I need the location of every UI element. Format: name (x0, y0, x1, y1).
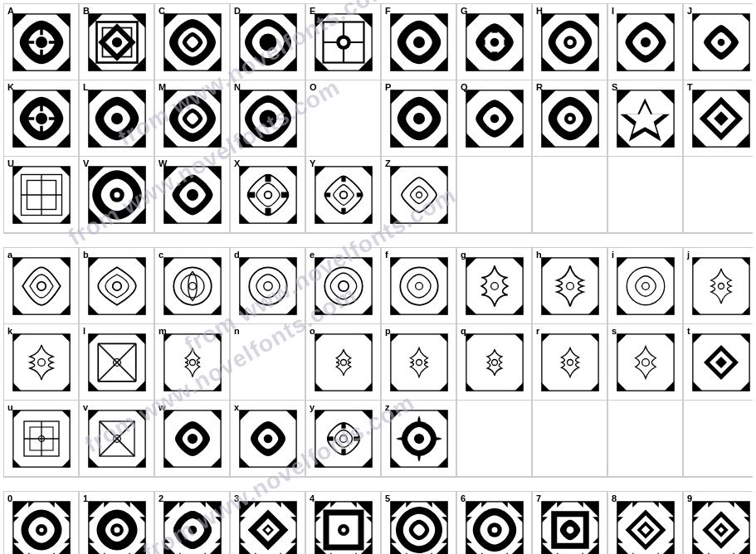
svg-marker-3 (12, 56, 27, 70)
svg-marker-498 (692, 542, 707, 554)
svg-marker-333 (239, 456, 249, 466)
svg-marker-159 (285, 166, 295, 176)
label-S: S (612, 82, 617, 92)
glyph-1 (88, 501, 146, 555)
label-g: g (461, 250, 466, 260)
svg-marker-376 (88, 517, 94, 522)
svg-marker-190 (88, 257, 98, 267)
svg-marker-105 (433, 133, 447, 147)
svg-marker-155 (207, 209, 221, 223)
svg-rect-165 (280, 192, 288, 197)
svg-marker-280 (466, 333, 474, 342)
svg-rect-279 (466, 333, 522, 390)
svg-marker-179 (437, 166, 446, 176)
svg-point-242 (718, 283, 724, 289)
svg-rect-54 (504, 39, 513, 45)
cell-q: q (456, 324, 532, 400)
label-7: 7 (536, 493, 541, 503)
svg-marker-48 (466, 56, 480, 70)
cell-M: M (154, 80, 230, 156)
label-q: q (461, 326, 466, 336)
svg-marker-226 (541, 257, 551, 267)
svg-marker-4 (56, 56, 70, 70)
cell-r: r (532, 324, 607, 400)
font-preview-grid: A B (0, 0, 756, 554)
svg-marker-94 (207, 133, 221, 147)
glyph-t (692, 333, 750, 391)
svg-marker-170 (315, 212, 324, 222)
svg-marker-41 (433, 13, 447, 27)
svg-marker-180 (390, 212, 400, 222)
svg-marker-109 (509, 90, 523, 104)
svg-marker-412 (290, 537, 296, 542)
glyph-C (163, 13, 222, 71)
label-m: m (159, 326, 167, 336)
svg-marker-293 (664, 333, 673, 343)
svg-marker-277 (439, 382, 447, 391)
glyph-K (12, 90, 71, 148)
svg-marker-247 (61, 382, 70, 391)
glyph-e (315, 257, 373, 315)
svg-marker-388 (199, 501, 205, 507)
glyph-q (466, 333, 524, 391)
svg-rect-207 (315, 257, 371, 313)
label-p: p (385, 326, 391, 336)
svg-marker-87 (88, 133, 102, 147)
svg-rect-399 (204, 527, 212, 532)
glyph-9 (692, 501, 750, 555)
svg-marker-386 (205, 542, 220, 554)
svg-rect-243 (12, 333, 69, 390)
glyph-d (239, 257, 297, 315)
svg-rect-343 (341, 449, 345, 454)
svg-marker-20 (207, 13, 221, 27)
cell-0: 0 (3, 492, 79, 554)
svg-marker-221 (512, 257, 522, 267)
cell-9: 9 (683, 492, 756, 554)
svg-point-272 (340, 359, 346, 365)
svg-point-100 (259, 109, 276, 127)
svg-rect-345 (354, 436, 359, 440)
svg-rect-342 (341, 422, 345, 428)
svg-marker-317 (134, 410, 144, 420)
row-digits: 0 1 (3, 491, 753, 554)
label-V: V (83, 158, 89, 168)
svg-marker-488 (668, 517, 674, 522)
svg-marker-499 (734, 542, 749, 554)
svg-marker-40 (390, 13, 404, 27)
svg-marker-69 (692, 13, 700, 22)
svg-marker-354 (54, 501, 69, 516)
cell-e: e (305, 248, 381, 323)
glyph-x (239, 410, 297, 468)
svg-marker-1 (12, 13, 27, 27)
svg-marker-136 (12, 166, 22, 176)
svg-marker-422 (330, 501, 336, 507)
svg-marker-440 (426, 501, 432, 507)
svg-marker-482 (658, 542, 673, 554)
label-1: 1 (83, 493, 88, 503)
svg-marker-265 (212, 382, 221, 391)
svg-marker-123 (617, 133, 631, 147)
label-j: j (687, 250, 690, 260)
svg-marker-429 (366, 537, 372, 542)
svg-marker-203 (285, 257, 295, 267)
svg-marker-301 (739, 381, 749, 390)
svg-point-266 (189, 359, 195, 365)
label-X: X (234, 158, 240, 168)
cell-C: C (154, 4, 230, 80)
svg-marker-199 (210, 304, 220, 313)
svg-marker-21 (163, 56, 178, 70)
svg-marker-93 (163, 133, 178, 147)
label-N: N (234, 82, 241, 92)
cell-b: b (79, 248, 154, 323)
svg-marker-379 (139, 537, 145, 542)
row-uppercase-3: U V (3, 156, 753, 232)
svg-marker-205 (285, 304, 295, 313)
svg-marker-339 (315, 456, 324, 466)
cell-empty-7 (607, 401, 683, 476)
cell-empty-8 (683, 401, 756, 476)
svg-marker-362 (64, 517, 70, 522)
row-uppercase-1: A B (3, 3, 753, 80)
label-4: 4 (310, 493, 315, 503)
svg-marker-202 (239, 257, 249, 267)
svg-rect-7 (48, 41, 61, 44)
